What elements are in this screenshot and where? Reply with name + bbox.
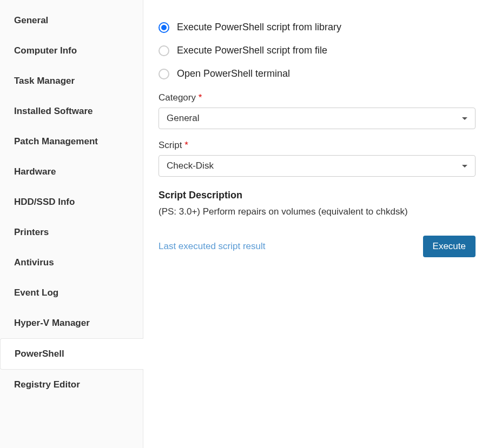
execute-button[interactable]: Execute xyxy=(423,236,476,257)
sidebar-item-installed-software[interactable]: Installed Software xyxy=(0,96,143,126)
category-select[interactable]: General xyxy=(159,108,476,129)
radio-unselected-icon xyxy=(159,45,169,56)
script-label: Script * xyxy=(159,140,476,151)
script-description-title: Script Description xyxy=(159,190,476,201)
sidebar-item-patch-management[interactable]: Patch Management xyxy=(0,126,143,157)
radio-label: Execute PowerShell script from library xyxy=(177,22,341,33)
sidebar-item-hdd-ssd-info[interactable]: HDD/SSD Info xyxy=(0,187,143,217)
footer-row: Last executed script result Execute xyxy=(159,236,476,257)
required-indicator: * xyxy=(199,92,202,103)
script-select[interactable]: Check-Disk xyxy=(159,155,476,177)
execute-mode-radio-group: Execute PowerShell script from library E… xyxy=(159,22,476,79)
main-panel: Execute PowerShell script from library E… xyxy=(143,0,482,448)
sidebar-item-label: Computer Info xyxy=(14,45,77,56)
sidebar-item-label: General xyxy=(14,15,48,25)
radio-execute-from-file[interactable]: Execute PowerShell script from file xyxy=(159,45,476,56)
category-label: Category * xyxy=(159,92,476,103)
radio-execute-from-library[interactable]: Execute PowerShell script from library xyxy=(159,22,476,33)
sidebar-item-hardware[interactable]: Hardware xyxy=(0,157,143,187)
select-value: General xyxy=(167,113,199,124)
sidebar-item-powershell[interactable]: PowerShell xyxy=(0,338,143,370)
radio-label: Execute PowerShell script from file xyxy=(177,45,327,56)
sidebar-item-printers[interactable]: Printers xyxy=(0,217,143,248)
sidebar-item-label: Registry Editor xyxy=(14,379,80,390)
sidebar-item-general[interactable]: General xyxy=(0,5,143,36)
chevron-down-icon xyxy=(462,117,467,120)
sidebar-item-task-manager[interactable]: Task Manager xyxy=(0,66,143,96)
sidebar-item-label: Patch Management xyxy=(14,136,98,146)
sidebar-item-antivirus[interactable]: Antivirus xyxy=(0,248,143,278)
script-field: Script * Check-Disk xyxy=(159,140,476,177)
sidebar: General Computer Info Task Manager Insta… xyxy=(0,0,143,448)
radio-unselected-icon xyxy=(159,69,169,79)
radio-open-terminal[interactable]: Open PowerShell terminal xyxy=(159,68,476,79)
sidebar-item-registry-editor[interactable]: Registry Editor xyxy=(0,370,143,400)
radio-label: Open PowerShell terminal xyxy=(177,68,290,79)
sidebar-item-label: Installed Software xyxy=(14,106,93,116)
sidebar-item-event-log[interactable]: Event Log xyxy=(0,278,143,308)
sidebar-item-label: Hardware xyxy=(14,166,56,177)
script-description-text: (PS: 3.0+) Perform repairs on volumes (e… xyxy=(159,206,476,217)
category-field: Category * General xyxy=(159,92,476,129)
sidebar-item-label: Hyper-V Manager xyxy=(14,318,90,328)
sidebar-item-label: Antivirus xyxy=(14,257,54,268)
sidebar-item-hyper-v-manager[interactable]: Hyper-V Manager xyxy=(0,308,143,338)
sidebar-item-label: PowerShell xyxy=(15,349,64,359)
sidebar-item-label: HDD/SSD Info xyxy=(14,197,75,207)
last-executed-result-link[interactable]: Last executed script result xyxy=(159,241,265,252)
sidebar-item-label: Task Manager xyxy=(14,76,75,86)
sidebar-item-computer-info[interactable]: Computer Info xyxy=(0,36,143,66)
radio-selected-icon xyxy=(159,22,169,33)
select-value: Check-Disk xyxy=(167,161,214,171)
sidebar-item-label: Event Log xyxy=(14,287,58,298)
required-indicator: * xyxy=(184,140,188,150)
label-text: Script xyxy=(159,140,182,150)
label-text: Category xyxy=(159,92,196,103)
sidebar-item-label: Printers xyxy=(14,227,49,237)
chevron-down-icon xyxy=(462,165,467,168)
